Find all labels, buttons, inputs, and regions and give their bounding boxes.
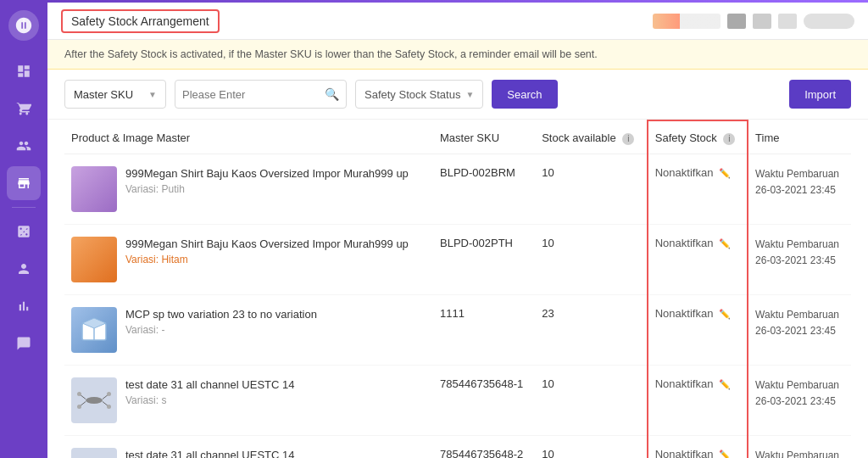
- col-product: Product & Image Master: [64, 120, 433, 154]
- product-name-4: test date 31 all channel UESTC 14: [125, 448, 294, 458]
- page-title: Safety Stock Arrangement: [61, 9, 220, 33]
- svg-point-3: [86, 397, 103, 404]
- topbar-controls: [653, 14, 854, 29]
- product-cell-3: test date 31 all channel UESTC 14 Varias…: [64, 366, 433, 436]
- status-dropdown[interactable]: Safety Stock Status ▼: [355, 80, 483, 109]
- sidebar-item-dashboard[interactable]: [7, 54, 41, 88]
- safety-stock-edit-icon-1[interactable]: ✏️: [719, 238, 731, 249]
- time-label-3: Waktu Pembaruan: [755, 377, 844, 394]
- import-button[interactable]: Import: [789, 80, 851, 109]
- svg-point-6: [77, 392, 81, 396]
- product-name-0: 999Megan Shirt Baju Kaos Oversized Impor…: [125, 166, 409, 182]
- products-table: Product & Image Master Master SKU Stock …: [64, 120, 851, 458]
- time-cell-0: Waktu Pembaruan 26-03-2021 23:45: [748, 154, 851, 225]
- safety-stock-cell-0: Nonaktifkan ✏️: [648, 154, 748, 225]
- notice-bar: After the Safety Stock is activated, if …: [47, 40, 868, 70]
- topbar-user-area[interactable]: [804, 14, 854, 29]
- product-image-3: [71, 377, 117, 423]
- time-label-1: Waktu Pembaruan: [755, 237, 844, 253]
- safety-stock-value-2: Nonaktifkan: [655, 307, 714, 320]
- product-variant-1: Variasi: Hitam: [125, 254, 409, 265]
- table-row: 999Megan Shirt Baju Kaos Oversized Impor…: [64, 154, 851, 225]
- sku-cell-0: BLPD-002BRM: [433, 154, 535, 225]
- topbar: Safety Stock Arrangement: [47, 3, 868, 40]
- status-dropdown-arrow: ▼: [465, 90, 474, 99]
- time-value-3: 26-03-2021 23:45: [755, 394, 844, 410]
- time-label-0: Waktu Pembaruan: [755, 166, 844, 182]
- safety-stock-edit-icon-4[interactable]: ✏️: [719, 450, 731, 458]
- status-dropdown-label: Safety Stock Status: [364, 88, 460, 101]
- svg-point-10: [77, 405, 81, 409]
- product-variant-2: Variasi: -: [125, 324, 317, 336]
- safety-stock-value-0: Nonaktifkan: [655, 166, 714, 179]
- time-label-4: Waktu Pembaruan: [755, 448, 844, 458]
- topbar-button-2[interactable]: [753, 14, 771, 29]
- safety-stock-info-icon[interactable]: i: [723, 133, 735, 145]
- product-cell-2: MCP sp two variation 23 to no variation …: [64, 295, 433, 366]
- sku-cell-1: BLPD-002PTH: [433, 225, 535, 295]
- sidebar-item-messages[interactable]: [7, 327, 41, 360]
- svg-point-11: [107, 405, 111, 409]
- table-header-row: Product & Image Master Master SKU Stock …: [64, 120, 851, 154]
- time-value-2: 26-03-2021 23:45: [755, 323, 844, 339]
- safety-stock-value-1: Nonaktifkan: [655, 237, 714, 249]
- sidebar-item-users[interactable]: [7, 252, 41, 286]
- stock-cell-3: 10: [535, 366, 648, 436]
- stock-cell-4: 10: [535, 436, 648, 459]
- sidebar: [0, 0, 47, 458]
- filter-bar: Master SKU ▼ 🔍 Safety Stock Status ▼ Sea…: [47, 70, 868, 120]
- sidebar-item-cart[interactable]: [7, 92, 41, 126]
- topbar-progress-bar: [653, 14, 721, 29]
- time-label-2: Waktu Pembaruan: [755, 307, 844, 323]
- main-content: Safety Stock Arrangement After the Safet…: [47, 0, 868, 458]
- safety-stock-edit-icon-2[interactable]: ✏️: [719, 309, 731, 320]
- time-value-1: 26-03-2021 23:45: [755, 253, 844, 269]
- safety-stock-edit-icon-3[interactable]: ✏️: [719, 379, 731, 390]
- sidebar-item-percent[interactable]: [7, 215, 41, 249]
- sidebar-item-network[interactable]: [7, 129, 41, 163]
- product-name-2: MCP sp two variation 23 to no variation: [125, 307, 317, 322]
- product-cell-4: test date 31 all channel UESTC 14 Varias…: [64, 436, 433, 459]
- search-input-wrap[interactable]: 🔍: [175, 80, 347, 109]
- safety-stock-cell-3: Nonaktifkan ✏️: [648, 366, 748, 436]
- sku-cell-2: 1111: [433, 295, 535, 366]
- notice-text: After the Safety Stock is activated, if …: [64, 48, 598, 60]
- table-wrap: Product & Image Master Master SKU Stock …: [47, 120, 868, 458]
- time-cell-1: Waktu Pembaruan 26-03-2021 23:45: [748, 225, 851, 295]
- table-row: 999Megan Shirt Baju Kaos Oversized Impor…: [64, 225, 851, 295]
- col-time: Time: [748, 120, 851, 154]
- col-sku: Master SKU: [433, 120, 535, 154]
- stock-cell-2: 23: [535, 295, 648, 366]
- product-cell-1: 999Megan Shirt Baju Kaos Oversized Impor…: [64, 225, 433, 295]
- product-cell-0: 999Megan Shirt Baju Kaos Oversized Impor…: [64, 154, 433, 225]
- sidebar-item-analytics[interactable]: [7, 289, 41, 323]
- sku-dropdown-arrow: ▼: [148, 90, 157, 99]
- search-button[interactable]: Search: [492, 80, 557, 109]
- svg-point-7: [107, 392, 111, 396]
- product-image-0: [71, 166, 117, 212]
- sku-dropdown-label: Master SKU: [74, 88, 133, 101]
- time-cell-4: Waktu Pembaruan 26-03-2021 23:45: [748, 436, 851, 459]
- app-logo[interactable]: [8, 10, 39, 41]
- search-input[interactable]: [182, 88, 325, 101]
- topbar-button-3[interactable]: [778, 14, 797, 29]
- topbar-button-1[interactable]: [727, 14, 746, 29]
- sidebar-item-products[interactable]: [7, 166, 41, 200]
- product-name-3: test date 31 all channel UESTC 14: [125, 377, 294, 393]
- safety-stock-edit-icon-0[interactable]: ✏️: [719, 168, 731, 179]
- time-cell-2: Waktu Pembaruan 26-03-2021 23:45: [748, 295, 851, 366]
- sku-dropdown[interactable]: Master SKU ▼: [64, 80, 166, 109]
- product-variant-0: Variasi: Putih: [125, 183, 409, 195]
- col-safety-stock: Safety Stock i: [648, 120, 748, 154]
- sku-cell-3: 785446735648-1: [433, 366, 535, 436]
- table-row: MCP sp two variation 23 to no variation …: [64, 295, 851, 366]
- safety-stock-value-3: Nonaktifkan: [655, 377, 714, 390]
- stock-info-icon[interactable]: i: [622, 133, 634, 145]
- safety-stock-cell-4: Nonaktifkan ✏️: [648, 436, 748, 459]
- sidebar-divider-1: [12, 207, 36, 208]
- sku-cell-4: 785446735648-2: [433, 436, 535, 459]
- stock-cell-0: 10: [535, 154, 648, 225]
- product-variant-3: Variasi: s: [125, 394, 294, 406]
- safety-stock-value-4: Nonaktifkan: [655, 448, 714, 458]
- table-row: test date 31 all channel UESTC 14 Varias…: [64, 436, 851, 459]
